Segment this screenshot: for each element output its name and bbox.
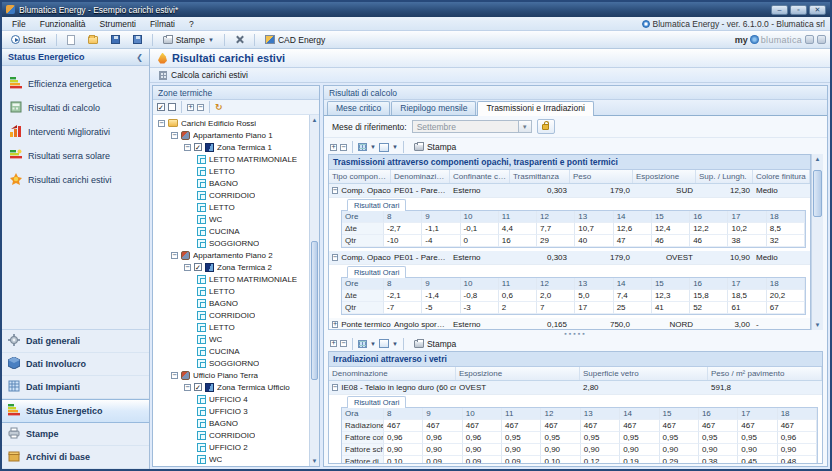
table-row[interactable]: +Ponte termicoAngolo sporgente s...Ester… bbox=[329, 318, 810, 330]
tree-item-cucina[interactable]: CUCINA bbox=[156, 225, 309, 237]
cad-energy-button[interactable]: CAD Energy bbox=[260, 34, 330, 46]
tree-item-wc[interactable]: WC bbox=[156, 213, 309, 225]
menu-item-file[interactable]: File bbox=[5, 19, 33, 29]
minimize-button[interactable]: – bbox=[771, 5, 788, 15]
tree-item-ufficio-1[interactable]: UFFICIO 1 bbox=[156, 465, 309, 466]
grid1-scrollbar[interactable]: ▲ ▼ bbox=[811, 154, 823, 330]
tree-item-bagno[interactable]: BAGNO bbox=[156, 177, 309, 189]
collapse-rows-button[interactable]: − bbox=[340, 340, 347, 347]
tree-item-corridoio[interactable]: CORRIDOIO bbox=[156, 309, 309, 321]
nav-item-status-energetico[interactable]: Status Energetico bbox=[2, 399, 149, 423]
row-expander-icon[interactable]: + bbox=[332, 321, 338, 328]
tree-item-letto[interactable]: LETTO bbox=[156, 285, 309, 297]
tree-item-soggiorno[interactable]: SOGGIORNO bbox=[156, 237, 309, 249]
column-chooser-icon[interactable] bbox=[358, 143, 367, 151]
tree-item-letto[interactable]: LETTO bbox=[156, 201, 309, 213]
tree-item-letto-matrimoniale[interactable]: LETTO MATRIMONIALE bbox=[156, 273, 309, 285]
nav-item-dati-generali[interactable]: Dati generali bbox=[2, 330, 149, 353]
lock-button[interactable] bbox=[537, 119, 555, 134]
save-all-button[interactable] bbox=[128, 34, 147, 45]
tree-expander-icon[interactable]: − bbox=[171, 132, 178, 139]
scroll-down-icon[interactable]: ▼ bbox=[310, 456, 319, 466]
month-select[interactable]: Settembre ▼ bbox=[412, 120, 532, 133]
tree-expander-icon[interactable]: − bbox=[184, 384, 191, 391]
column-header[interactable]: Colore finitura bbox=[753, 170, 810, 183]
export-icon[interactable] bbox=[379, 339, 389, 348]
tree-item-zona-termica-1[interactable]: −✓Zona Termica 1 bbox=[156, 141, 309, 153]
sidebar-item-efficienza-energetica[interactable]: Efficienza energetica bbox=[8, 72, 149, 96]
calcola-carichi-button[interactable]: Calcola carichi estivi bbox=[155, 70, 252, 80]
new-file-button[interactable] bbox=[62, 34, 80, 46]
tree-expander-icon[interactable]: − bbox=[171, 252, 178, 259]
expand-all-button[interactable]: + bbox=[187, 104, 194, 111]
tree-item-ufficio-piano-terra[interactable]: −Ufficio Piano Terra bbox=[156, 369, 309, 381]
tree-item-appartamento-piano-2[interactable]: −Appartamento Piano 2 bbox=[156, 249, 309, 261]
list-icon[interactable] bbox=[817, 35, 826, 44]
column-header[interactable]: Superficie vetro bbox=[580, 367, 708, 380]
tree-item-appartamento-piano-1[interactable]: −Appartamento Piano 1 bbox=[156, 129, 309, 141]
column-header[interactable]: Denominazione bbox=[329, 367, 456, 380]
column-header[interactable]: Tipo componente bbox=[329, 170, 391, 183]
menu-item-funzionalit[interactable]: Funzionalità bbox=[33, 19, 93, 29]
tree-item-ufficio-2[interactable]: UFFICIO 2 bbox=[156, 441, 309, 453]
open-button[interactable] bbox=[83, 35, 103, 45]
collapse-sidebar-icon[interactable]: ❮ bbox=[136, 53, 143, 62]
column-header[interactable]: Denominazione bbox=[391, 170, 450, 183]
collapse-rows-button[interactable]: − bbox=[340, 144, 347, 151]
menu-item-?[interactable]: ? bbox=[182, 19, 201, 29]
sidebar-item-risultati-carichi-estivi[interactable]: Risultati carichi estivi bbox=[8, 168, 149, 192]
bstart-button[interactable]: bStart bbox=[6, 34, 51, 46]
row-expander-icon[interactable]: − bbox=[332, 254, 338, 261]
tab-risultati-orari[interactable]: Risultati Orari bbox=[347, 199, 406, 211]
stampa-button-grid2[interactable]: Stampa bbox=[409, 338, 461, 350]
nav-item-archivi-di-base[interactable]: Archivi di base bbox=[2, 446, 149, 469]
tree-item-wc[interactable]: WC bbox=[156, 333, 309, 345]
tree-expander-icon[interactable]: − bbox=[158, 120, 165, 127]
tree-item-bagno[interactable]: BAGNO bbox=[156, 417, 309, 429]
tree-item-soggiorno[interactable]: SOGGIORNO bbox=[156, 357, 309, 369]
column-header[interactable]: Confinante con bbox=[450, 170, 510, 183]
scroll-down-icon[interactable]: ▼ bbox=[812, 320, 823, 330]
collapse-all-button[interactable]: − bbox=[197, 104, 204, 111]
tree-checkbox[interactable]: ✓ bbox=[194, 383, 202, 391]
tree-item-letto[interactable]: LETTO bbox=[156, 165, 309, 177]
tree-item-corridoio[interactable]: CORRIDOIO bbox=[156, 429, 309, 441]
sidebar-item-risultati-serra-solare[interactable]: Risultati serra solare bbox=[8, 144, 149, 168]
chevron-down-icon[interactable]: ▼ bbox=[370, 144, 376, 150]
chevron-down-icon[interactable]: ▼ bbox=[392, 144, 398, 150]
panel-splitter[interactable]: ▪▪▪▪▪ bbox=[328, 330, 823, 337]
row-expander-icon[interactable]: − bbox=[332, 384, 338, 391]
column-header[interactable]: Peso bbox=[570, 170, 633, 183]
tree-item-letto-matrimoniale[interactable]: LETTO MATRIMONIALE bbox=[156, 153, 309, 165]
expand-rows-button[interactable]: + bbox=[330, 340, 337, 347]
table-row[interactable]: −IE08 - Telaio in legno duro (60 cm) e v… bbox=[329, 381, 822, 395]
tree-item-wc[interactable]: WC bbox=[156, 453, 309, 465]
column-header[interactable]: Sup. / Lungh. bbox=[696, 170, 753, 183]
column-header[interactable]: Esposizione bbox=[633, 170, 696, 183]
refresh-icon[interactable]: ↻ bbox=[215, 103, 223, 112]
tree-item-bagno[interactable]: BAGNO bbox=[156, 297, 309, 309]
table-row[interactable]: −Comp. OpacoPE01 - Parete este...Esterno… bbox=[329, 251, 810, 265]
tree-item-cucina[interactable]: CUCINA bbox=[156, 345, 309, 357]
scroll-thumb[interactable] bbox=[813, 170, 822, 217]
scroll-thumb[interactable] bbox=[311, 241, 318, 380]
tree-expander-icon[interactable]: − bbox=[171, 372, 178, 379]
stampa-button-grid1[interactable]: Stampa bbox=[409, 141, 461, 153]
expand-rows-button[interactable]: + bbox=[330, 144, 337, 151]
row-expander-icon[interactable]: − bbox=[332, 187, 338, 194]
nav-item-stampe[interactable]: Stampe bbox=[2, 423, 149, 446]
tab-risultati-orari[interactable]: Risultati Orari bbox=[347, 396, 406, 408]
sidebar-item-interventi-migliorativi[interactable]: Interventi Migliorativi bbox=[8, 120, 149, 144]
export-icon[interactable] bbox=[379, 143, 389, 152]
table-row[interactable]: −Comp. OpacoPE01 - Parete este...Esterno… bbox=[329, 184, 810, 198]
sidebar-item-risultati-di-calcolo[interactable]: Risultati di calcolo bbox=[8, 96, 149, 120]
tools-button[interactable] bbox=[230, 34, 249, 45]
chevron-down-icon[interactable]: ▼ bbox=[392, 341, 398, 347]
tree-item-carichi-edificio-rossi[interactable]: −Carichi Edificio Rossi bbox=[156, 117, 309, 129]
tab-risultati-orari[interactable]: Risultati Orari bbox=[347, 266, 406, 278]
scroll-up-icon[interactable]: ▲ bbox=[812, 154, 823, 164]
tab-mese-critico[interactable]: Mese critico bbox=[327, 101, 390, 115]
nav-item-dati-involucro[interactable]: Dati Involucro bbox=[2, 353, 149, 376]
tree-expander-icon[interactable]: − bbox=[184, 264, 191, 271]
nav-item-dati-impianti[interactable]: Dati Impianti bbox=[2, 376, 149, 399]
